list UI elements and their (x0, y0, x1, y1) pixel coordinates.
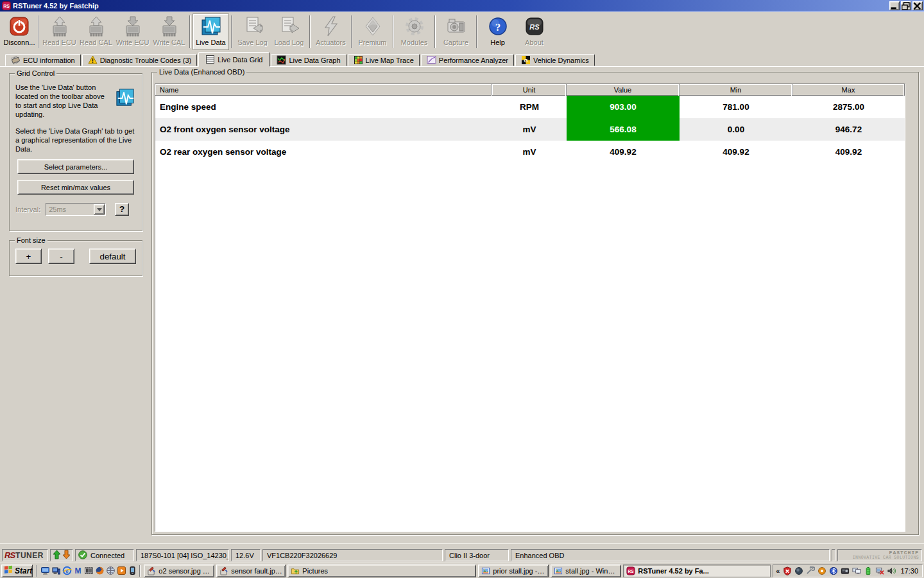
statusbar-spacer (832, 549, 835, 561)
table-row[interactable]: Engine speedRPM903.00781.002875.00 (155, 96, 905, 118)
photo-viewer-icon (481, 566, 490, 575)
font-size-title: Font size (15, 236, 47, 244)
font-decrease-button[interactable]: - (48, 249, 74, 264)
chip-small-icon (11, 55, 21, 65)
toolbar-button-label: Write CAL (153, 39, 185, 46)
toolbar-button-load-log: Load Log (271, 13, 307, 50)
gforce-icon: G (521, 55, 531, 65)
live-data-grid-header: NameUnitValueMinMax (155, 84, 905, 96)
computer-icon[interactable] (51, 566, 61, 576)
toolbar-separator (189, 15, 191, 48)
svg-text:G: G (524, 58, 527, 64)
interval-help-button[interactable]: ? (115, 203, 129, 216)
display-capture-icon[interactable] (840, 566, 850, 575)
toolbar-button-about[interactable]: RSAbout (516, 13, 552, 50)
task-button-2[interactable]: sensor fault.jpg - Paint (216, 565, 286, 577)
upload-arrow-icon (53, 550, 61, 561)
cell-min: 409.92 (680, 141, 792, 163)
restore-button[interactable] (901, 1, 911, 10)
toolbar-button-label: Disconn... (4, 39, 35, 46)
column-header-value[interactable]: Value (567, 84, 680, 96)
toolbar-button-label: Load Log (275, 39, 304, 46)
table-row[interactable]: O2 front oxygen sensor voltagemV566.080.… (155, 118, 905, 141)
ecu-protocol-id: 187S0-101 [04] ISO_14230_PHY_FAST (136, 549, 229, 561)
agent-globe-icon[interactable] (794, 566, 803, 575)
heatmap-icon (354, 55, 363, 65)
tab-ecu-information[interactable]: ECU information (5, 54, 81, 66)
fastchip-logo: FASTCHIP INNOVATIVE CAR SOLUTIONS (837, 549, 922, 561)
task-button-4[interactable]: prior stall.jpg - Windo... (478, 565, 549, 577)
column-header-max[interactable]: Max (792, 84, 905, 96)
update-icon[interactable] (817, 566, 826, 575)
column-header-name[interactable]: Name (155, 84, 492, 96)
tab-diagnostic-trouble-codes[interactable]: Diagnostic Trouble Codes (3) (82, 54, 197, 66)
media-player-icon[interactable] (117, 566, 126, 576)
toolbar-button-premium: Premium (354, 13, 391, 50)
task-button-label: RSTuner 4.52 by Fa... (638, 567, 708, 575)
app-icon: RS (2, 1, 11, 10)
table-row[interactable]: O2 rear oxygen sensor voltagemV409.92409… (155, 141, 905, 163)
live-data-title: Live Data (Enhanced OBD) (157, 68, 246, 76)
show-desktop-icon[interactable] (40, 566, 50, 576)
interval-label: Interval: (15, 206, 40, 213)
globe-icon[interactable] (106, 566, 116, 576)
grid-control-instruction-1: Use the 'Live Data' button located on th… (15, 83, 136, 119)
chevron-down-icon[interactable] (94, 204, 105, 215)
toolbar-button-actuators: Actuators (312, 13, 349, 50)
tray-overflow-chevron[interactable]: « (776, 567, 780, 575)
toolbar-button-live-data[interactable]: Live Data (193, 13, 229, 50)
task-button-3[interactable]: Pictures (287, 565, 476, 577)
tab-live-data-graph[interactable]: Live Data Graph (271, 54, 346, 66)
task-button-6[interactable]: RSRSTuner 4.52 by Fa... (623, 565, 771, 577)
tab-vehicle-dynamics[interactable]: GVehicle Dynamics (515, 54, 595, 66)
tab-performance-analyzer[interactable]: Performance Analyzer (421, 54, 514, 66)
column-header-min[interactable]: Min (680, 84, 792, 96)
font-increase-button[interactable]: + (15, 249, 42, 264)
connected-check-icon (78, 550, 87, 561)
network-offline-icon[interactable] (875, 566, 884, 575)
power-icon (8, 15, 30, 37)
internet-explorer-icon[interactable]: e (62, 566, 72, 576)
messenger-icon[interactable]: M (73, 566, 83, 576)
warning-icon (88, 55, 98, 65)
toolbar-button-help[interactable]: ?Help (479, 13, 516, 50)
font-size-panel: Font size + - default (9, 240, 142, 276)
tab-label: Live Map Trace (366, 57, 414, 64)
column-header-unit[interactable]: Unit (492, 84, 567, 96)
paint-icon (219, 566, 228, 575)
chip-read-icon (85, 15, 107, 37)
security-shield-icon[interactable] (782, 566, 792, 575)
toolbar-button-disconnect[interactable]: Disconn... (3, 13, 36, 50)
cell-unit: mV (492, 118, 567, 141)
close-icon[interactable] (912, 1, 923, 10)
tools-icon[interactable] (805, 566, 815, 575)
cell-min: 781.00 (680, 96, 792, 118)
font-default-button[interactable]: default (89, 249, 136, 264)
task-button-1[interactable]: o2 sensor.jpg - Paint (144, 565, 214, 577)
battery-icon[interactable] (863, 566, 873, 575)
data-transfer-indicator (50, 549, 73, 561)
firefox-icon[interactable] (95, 566, 105, 576)
tab-live-map-trace[interactable]: Live Map Trace (348, 54, 420, 66)
toolbar-button-read-cal: Read CAL (78, 13, 114, 50)
live-data-mini-icon (116, 88, 135, 107)
volume-icon[interactable] (886, 566, 896, 575)
download-arrow-icon (62, 550, 71, 561)
minimize-button[interactable] (889, 1, 900, 10)
select-parameters-button[interactable]: Select parameters... (17, 159, 134, 174)
reset-minmax-button[interactable]: Reset min/max values (17, 180, 134, 195)
bluetooth-icon[interactable] (828, 566, 838, 575)
dual-monitor-icon[interactable] (851, 566, 861, 575)
toolbar-button-write-cal: Write CAL (151, 13, 187, 50)
toolbar-separator (351, 15, 352, 48)
movie-maker-icon[interactable] (84, 566, 94, 576)
interval-select[interactable]: 25ms (46, 203, 106, 216)
tab-strip: ECU informationDiagnostic Trouble Codes … (0, 51, 924, 66)
task-button-5[interactable]: stall.jpg - Windows Ph... (551, 565, 621, 577)
task-button-label: stall.jpg - Windows Ph... (565, 567, 618, 575)
taskbar-clock: 17:30 (900, 567, 918, 575)
phone-icon[interactable] (128, 566, 136, 576)
tab-live-data-grid[interactable]: Live Data Grid (198, 52, 270, 67)
task-button-label: prior stall.jpg - Windo... (493, 567, 545, 575)
start-button[interactable]: Start (1, 565, 33, 577)
